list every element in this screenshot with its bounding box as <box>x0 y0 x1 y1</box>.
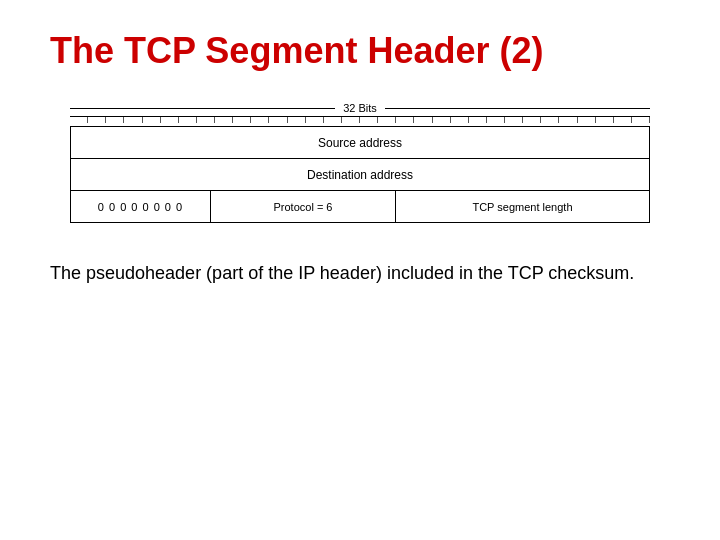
tick-mark <box>578 117 596 123</box>
tick-mark <box>541 117 559 123</box>
tick-mark <box>106 117 124 123</box>
tick-mark <box>396 117 414 123</box>
tick-mark <box>487 117 505 123</box>
footer-text: The pseudoheader (part of the IP header)… <box>50 263 670 284</box>
segment-length-cell: TCP segment length <box>396 191 649 222</box>
tick-mark <box>306 117 324 123</box>
tick-mark <box>469 117 487 123</box>
tick-mark <box>505 117 523 123</box>
tick-mark <box>269 117 287 123</box>
bits-line-left <box>70 108 335 109</box>
bits-label: 32 Bits <box>335 102 385 114</box>
tick-mark <box>288 117 306 123</box>
page-title: The TCP Segment Header (2) <box>50 30 670 72</box>
tick-mark <box>251 117 269 123</box>
tick-mark <box>378 117 396 123</box>
source-address-cell: Source address <box>71 127 649 158</box>
tick-mark <box>143 117 161 123</box>
tick-mark <box>342 117 360 123</box>
protocol-cell: Protocol = 6 <box>211 191 396 222</box>
tick-mark <box>433 117 451 123</box>
tick-mark <box>360 117 378 123</box>
tick-mark <box>632 117 650 123</box>
destination-address-row: Destination address <box>71 158 649 190</box>
zeros-cell: 0 0 0 0 0 0 0 0 <box>71 191 211 222</box>
bits-line-right <box>385 108 650 109</box>
diagram: 32 Bits Source address Destination addre… <box>50 102 670 223</box>
tick-mark <box>70 117 88 123</box>
table-wrapper: Source address Destination address 0 0 0… <box>70 126 650 223</box>
tick-mark <box>414 117 432 123</box>
tick-mark <box>559 117 577 123</box>
tick-mark <box>233 117 251 123</box>
tick-mark <box>88 117 106 123</box>
tick-mark <box>451 117 469 123</box>
tick-marks <box>70 116 650 126</box>
protocol-row: 0 0 0 0 0 0 0 0 Protocol = 6 TCP segment… <box>71 190 649 222</box>
tick-mark <box>324 117 342 123</box>
destination-address-cell: Destination address <box>71 159 649 190</box>
tick-mark <box>523 117 541 123</box>
source-address-row: Source address <box>71 126 649 158</box>
tick-mark <box>197 117 215 123</box>
page: The TCP Segment Header (2) 32 Bits Sourc… <box>0 0 720 540</box>
tick-mark <box>215 117 233 123</box>
tick-mark <box>614 117 632 123</box>
tick-mark <box>124 117 142 123</box>
bits-label-row: 32 Bits <box>70 102 650 114</box>
tick-mark <box>179 117 197 123</box>
tick-mark <box>161 117 179 123</box>
tick-mark <box>596 117 614 123</box>
